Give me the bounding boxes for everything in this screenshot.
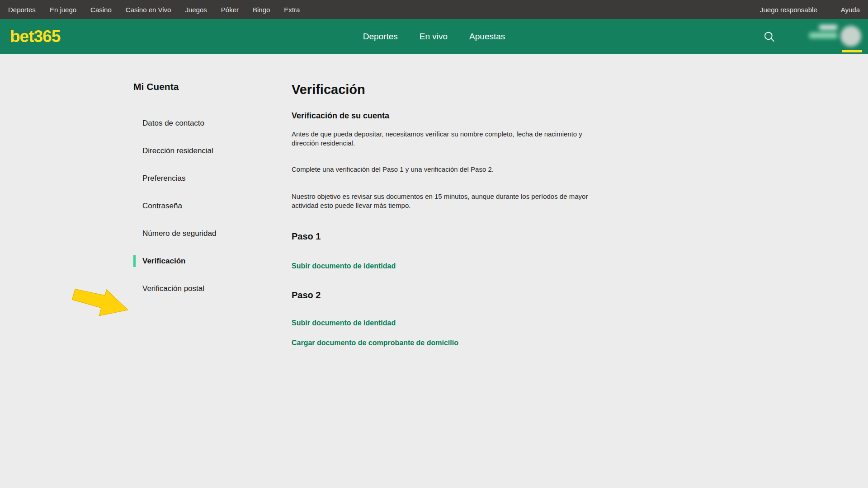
- review-time-paragraph: Nuestro objetivo es revisar sus document…: [292, 192, 594, 210]
- step2-upload-address-proof-link[interactable]: Cargar documento de comprobante de domic…: [292, 338, 604, 347]
- intro-paragraph: Antes de que pueda depositar, necesitamo…: [292, 130, 594, 148]
- section-title: Verificación de su cuenta: [292, 111, 604, 121]
- step1-upload-identity-link[interactable]: Subir documento de identidad: [292, 262, 604, 271]
- sidebar-item-label: Dirección residencial: [142, 146, 213, 155]
- sidebar-item-direccion-residencial[interactable]: Dirección residencial: [133, 145, 246, 157]
- sidebar-item-verificacion-postal[interactable]: Verificación postal: [133, 282, 246, 295]
- page-title: Verificación: [292, 82, 604, 97]
- topbar-item-juego-responsable[interactable]: Juego responsable: [760, 6, 817, 14]
- sidebar-item-datos-de-contacto[interactable]: Datos de contacto: [133, 117, 246, 130]
- nav-item-en-vivo[interactable]: En vivo: [420, 32, 448, 42]
- sidebar-item-label: Verificación: [142, 257, 185, 265]
- topbar-left-nav: Deportes En juego Casino Casino en Vivo …: [8, 6, 300, 14]
- step2-title: Paso 2: [292, 290, 604, 300]
- top-utility-bar: Deportes En juego Casino Casino en Vivo …: [0, 0, 868, 19]
- topbar-item-casino-en-vivo[interactable]: Casino en Vivo: [126, 6, 171, 14]
- verification-content: Verificación Verificación de su cuenta A…: [292, 82, 604, 347]
- topbar-item-ayuda[interactable]: Ayuda: [841, 6, 860, 14]
- step2-upload-identity-link[interactable]: Subir documento de identidad: [292, 319, 604, 328]
- sidebar-item-verificacion[interactable]: Verificación: [133, 255, 246, 267]
- account-balance-blurred: [819, 25, 837, 30]
- sidebar-item-label: Datos de contacto: [142, 119, 204, 127]
- step1-title: Paso 1: [292, 231, 604, 242]
- account-info-blurred: [809, 25, 837, 38]
- account-sidebar: Mi Cuenta Datos de contacto Dirección re…: [133, 81, 246, 310]
- topbar-item-juegos[interactable]: Juegos: [185, 6, 207, 14]
- annotation-arrow-icon: [68, 277, 135, 328]
- topbar-item-extra[interactable]: Extra: [284, 6, 300, 14]
- nav-item-deportes[interactable]: Deportes: [363, 32, 398, 42]
- page-body: Mi Cuenta Datos de contacto Dirección re…: [0, 54, 868, 488]
- topbar-item-deportes[interactable]: Deportes: [8, 6, 36, 14]
- sidebar-title: Mi Cuenta: [133, 81, 246, 92]
- account-name-blurred: [809, 33, 837, 38]
- topbar-right-nav: Juego responsable Ayuda: [760, 6, 860, 14]
- topbar-item-casino[interactable]: Casino: [90, 6, 112, 14]
- search-icon[interactable]: [763, 30, 775, 42]
- avatar-active-indicator: [842, 50, 862, 52]
- sidebar-item-label: Preferencias: [142, 174, 185, 183]
- sidebar-item-label: Verificación postal: [142, 284, 204, 293]
- topbar-item-bingo[interactable]: Bingo: [253, 6, 270, 14]
- sidebar-item-preferencias[interactable]: Preferencias: [133, 172, 246, 185]
- topbar-item-en-juego[interactable]: En juego: [50, 6, 76, 14]
- bet365-logo[interactable]: bet365: [10, 27, 60, 46]
- sidebar-item-contrasena[interactable]: Contraseña: [133, 200, 246, 212]
- active-item-indicator: [133, 255, 136, 267]
- main-nav: Deportes En vivo Apuestas: [363, 32, 505, 42]
- sidebar-menu: Datos de contacto Dirección residencial …: [133, 117, 246, 295]
- steps-paragraph: Complete una verificación del Paso 1 y u…: [292, 165, 594, 174]
- main-header: bet365 Deportes En vivo Apuestas: [0, 19, 868, 54]
- topbar-item-poker[interactable]: Póker: [221, 6, 239, 14]
- avatar[interactable]: [840, 26, 861, 47]
- nav-item-apuestas[interactable]: Apuestas: [469, 32, 505, 42]
- sidebar-item-numero-de-seguridad[interactable]: Número de seguridad: [133, 227, 246, 240]
- sidebar-item-label: Contraseña: [142, 202, 182, 210]
- sidebar-item-label: Número de seguridad: [142, 229, 216, 238]
